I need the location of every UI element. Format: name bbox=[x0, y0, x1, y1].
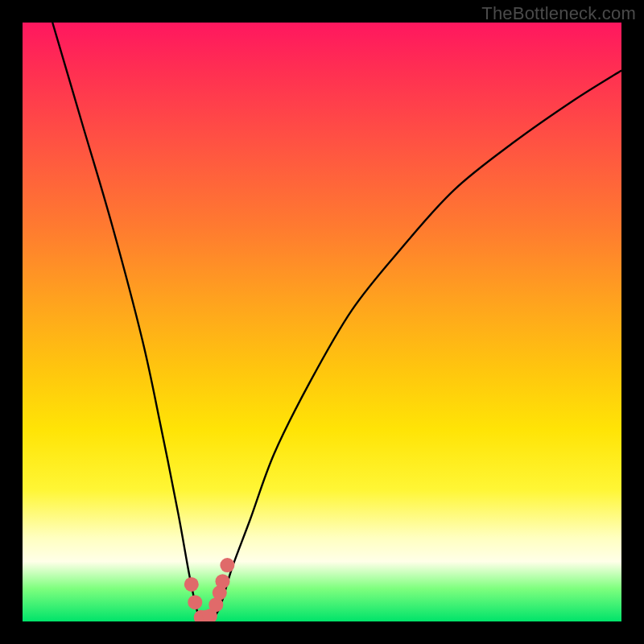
highlight-marker bbox=[184, 577, 199, 592]
watermark-text: TheBottleneck.com bbox=[481, 3, 636, 24]
chart-frame: TheBottleneck.com bbox=[0, 0, 644, 644]
curve-layer bbox=[23, 23, 621, 621]
highlight-marker-group bbox=[184, 558, 235, 621]
plot-area bbox=[23, 23, 621, 621]
highlight-marker bbox=[216, 574, 230, 588]
highlight-marker bbox=[188, 595, 202, 609]
bottleneck-curve bbox=[52, 23, 621, 621]
highlight-marker bbox=[220, 558, 234, 572]
